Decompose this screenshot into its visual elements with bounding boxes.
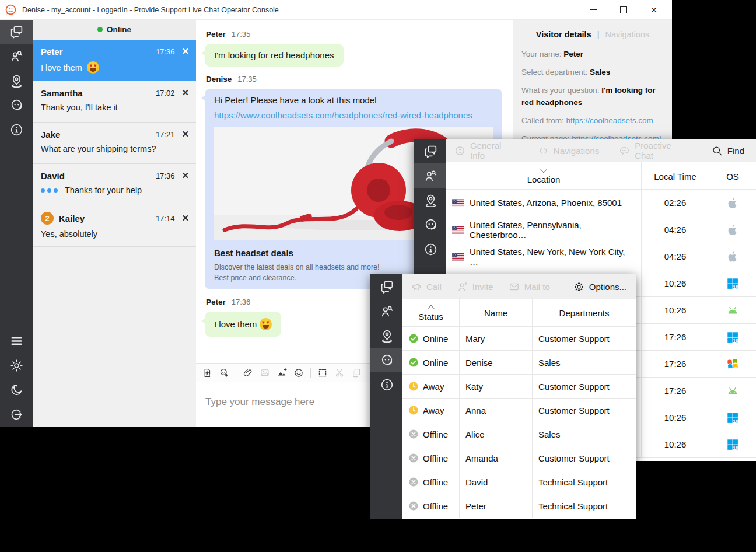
- sidebar-item-operators[interactable]: [370, 348, 403, 372]
- chat-list-item[interactable]: 2Kailey17:14✕Yes, absolutely: [33, 205, 196, 247]
- chat-list-item[interactable]: Samantha17:02✕Thank you, I'll take it: [33, 81, 196, 123]
- sidebar-item-visitors[interactable]: [0, 44, 33, 68]
- minimize-button[interactable]: [584, 0, 602, 19]
- visitor-location-cell: United States, Arizona, Phoenix, 85001: [446, 190, 642, 216]
- select-area-icon[interactable]: [317, 368, 328, 378]
- status-offline-icon: [408, 429, 419, 439]
- code-brackets-icon: [538, 145, 549, 156]
- canned-response-icon[interactable]: [202, 368, 212, 378]
- visitor-field: Select department: Sales: [522, 67, 664, 79]
- attach-file-icon[interactable]: [243, 368, 253, 378]
- chat-preview: What are your shipping terms?: [41, 144, 189, 153]
- column-header-os[interactable]: OS: [709, 162, 756, 189]
- column-header-status[interactable]: Status: [402, 299, 460, 326]
- close-chat-icon[interactable]: ✕: [181, 213, 189, 223]
- message-link[interactable]: https://www.coolheadsets.com/headphones/…: [214, 110, 493, 120]
- column-header-local-time[interactable]: Local Time: [642, 162, 709, 189]
- operator-row[interactable]: AwayKatyCustomer Support: [402, 375, 636, 399]
- operator-row[interactable]: AwayAnnaCustomer Support: [402, 399, 636, 422]
- toolbar-button-label: Options...: [589, 282, 626, 292]
- chat-time: 17:02: [156, 89, 175, 97]
- toolbar-button-proactive-chat[interactable]: Proactive Chat: [619, 141, 692, 160]
- sidebar-item-system-info[interactable]: [414, 237, 447, 261]
- visitor-field: Called from: https://coolheadsets.com: [522, 115, 664, 127]
- heart-eyes-emoji-icon: [260, 318, 272, 330]
- chat-list-item[interactable]: Peter17:36✕I love them: [33, 40, 196, 81]
- message-text: I'm looking for red headphones: [214, 50, 334, 60]
- toolbar-button-invite[interactable]: Invite: [457, 281, 494, 292]
- chat-list-item[interactable]: Jake17:21✕What are your shipping terms?: [33, 123, 196, 164]
- sidebar-item-chats[interactable]: [0, 19, 33, 44]
- close-chat-icon[interactable]: ✕: [181, 170, 189, 181]
- toolbar-button-options[interactable]: Options...: [573, 281, 636, 292]
- sidebar-item-visitors[interactable]: [370, 299, 403, 323]
- operator-row[interactable]: OfflineAmandaCustomer Support: [402, 446, 636, 470]
- operator-row[interactable]: OfflineDavidTechnical Support: [402, 470, 636, 494]
- status-offline-icon: [408, 477, 419, 487]
- visitor-row[interactable]: United States, New York, New York City, …: [446, 243, 756, 270]
- toolbar-button-general-info[interactable]: General Info: [454, 141, 518, 160]
- tab-separator: |: [597, 30, 600, 39]
- close-chat-icon[interactable]: ✕: [181, 46, 189, 57]
- close-chat-icon[interactable]: ✕: [181, 88, 189, 98]
- close-button[interactable]: ✕: [645, 0, 663, 19]
- online-status-dot: [97, 27, 103, 32]
- operator-status-header[interactable]: Online: [33, 19, 196, 40]
- emoji-icon[interactable]: [293, 368, 304, 378]
- visitor-row[interactable]: United States, Pennsylvania, Chesterbroo…: [446, 216, 756, 243]
- tab-visitor-details[interactable]: Visitor details: [536, 30, 592, 39]
- visitor-local-time: 17:26: [642, 378, 709, 404]
- toolbar-button-find[interactable]: Find: [712, 145, 756, 156]
- titlebar[interactable]: Denise - my_account - LoggedIn - Provide…: [0, 0, 672, 20]
- sidebar-item-chats[interactable]: [370, 274, 403, 299]
- status-away-icon: [408, 381, 419, 392]
- visitor-local-time: 10:26: [642, 270, 709, 296]
- windows10-os-icon: 10: [726, 438, 739, 451]
- svg-text:10: 10: [733, 284, 738, 289]
- sidebar-item-settings[interactable]: [0, 353, 33, 378]
- toolbar-button-navigations[interactable]: Navigations: [538, 145, 599, 156]
- send-screenshot-icon[interactable]: [276, 368, 287, 378]
- close-chat-icon[interactable]: ✕: [181, 129, 189, 139]
- sidebar-item-menu[interactable]: [0, 329, 33, 353]
- operators-table: StatusNameDepartments OnlineMaryCustomer…: [402, 299, 636, 519]
- chat-list-item[interactable]: David17:36✕Thanks for your help: [33, 164, 196, 205]
- operator-row[interactable]: OnlineMaryCustomer Support: [402, 327, 636, 351]
- column-header-departments[interactable]: Departments: [533, 299, 636, 326]
- operator-row[interactable]: OfflineAliceSales: [402, 422, 636, 446]
- window-title: Denise - my_account - LoggedIn - Provide…: [22, 6, 279, 14]
- sidebar-item-operators[interactable]: [0, 93, 33, 117]
- sidebar-item-night-mode[interactable]: [0, 378, 33, 402]
- operator-status-label: Online: [423, 358, 448, 368]
- operators-list-window: CallInviteMail toOptions... StatusNameDe…: [370, 274, 636, 519]
- operators-toolbar: CallInviteMail toOptions...: [402, 274, 636, 299]
- tab-navigations[interactable]: Navigations: [605, 30, 649, 39]
- operator-row[interactable]: OnlineDeniseSales: [402, 351, 636, 375]
- sidebar-item-logout[interactable]: [0, 402, 33, 427]
- apple-os-icon: [726, 250, 739, 263]
- sidebar-item-chats[interactable]: [414, 139, 447, 163]
- toolbar-button-call[interactable]: Call: [411, 281, 442, 292]
- svg-text:10: 10: [733, 337, 738, 343]
- sidebar-item-geo-location[interactable]: [414, 188, 447, 212]
- column-header-location[interactable]: Location: [446, 162, 642, 189]
- us-flag-icon: [452, 226, 470, 234]
- sidebar-item-system-info[interactable]: [370, 372, 403, 397]
- column-header-name[interactable]: Name: [460, 299, 533, 326]
- visitor-field-link[interactable]: https://coolheadsets.com: [566, 116, 653, 125]
- visitor-row[interactable]: United States, Arizona, Phoenix, 8500102…: [446, 190, 756, 216]
- visitor-field-value: Sales: [590, 68, 610, 76]
- sidebar-item-operators[interactable]: [414, 212, 447, 237]
- sidebar-item-geo-location[interactable]: [0, 68, 33, 93]
- maximize-button[interactable]: [615, 0, 632, 19]
- visitor-location-cell: United States, New York, New York City, …: [446, 243, 642, 270]
- sidebar-item-visitors[interactable]: [414, 163, 447, 188]
- sidebar-item-geo-location[interactable]: [370, 323, 403, 348]
- operator-name: David: [460, 470, 533, 494]
- sidebar-item-system-info[interactable]: [0, 117, 33, 142]
- add-response-icon[interactable]: [219, 368, 229, 378]
- toolbar-button-mail-to[interactable]: Mail to: [509, 281, 550, 292]
- android-os-icon: [726, 304, 739, 317]
- visitor-field: What is your question: I'm looking for r…: [522, 85, 664, 109]
- operator-row[interactable]: OfflinePeterTechnical Support: [402, 494, 636, 518]
